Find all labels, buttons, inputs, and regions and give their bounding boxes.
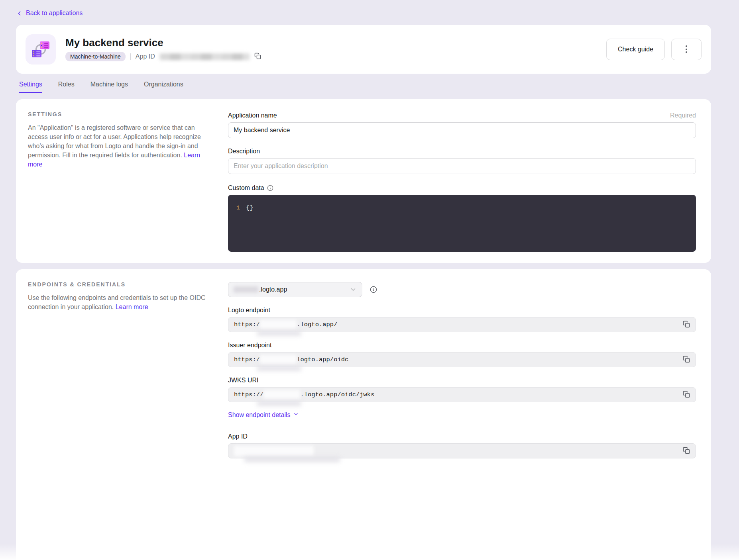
custom-data-code-editor[interactable]: 1 {} — [228, 195, 696, 252]
endpoints-learn-more-link[interactable]: Learn more — [116, 303, 148, 310]
app-id-redacted — [234, 446, 314, 456]
endpoint-prefix: https:// — [234, 391, 263, 398]
endpoints-form: .logto.app Logto endpoint https:/.logto.… — [228, 281, 696, 560]
tab-bar: Settings Roles Machine logs Organization… — [16, 74, 711, 93]
endpoint-prefix: https:/ — [234, 356, 260, 363]
description-field: Description — [228, 148, 696, 174]
chevron-down-icon — [350, 286, 357, 293]
settings-section-card: SETTINGS An "Application" is a registere… — [16, 99, 711, 263]
app-id-value — [228, 443, 696, 458]
check-guide-button[interactable]: Check guide — [606, 39, 665, 60]
copy-jwks-uri-button[interactable] — [683, 391, 690, 399]
endpoints-section-info: ENDPOINTS & CREDENTIALS Use the followin… — [28, 281, 216, 560]
chevron-left-icon — [16, 10, 23, 17]
domain-info-icon[interactable] — [370, 286, 377, 293]
app-id-value-redacted — [160, 53, 250, 60]
tab-roles[interactable]: Roles — [58, 81, 75, 93]
issuer-endpoint-value: https:/logto.app/oidc — [228, 352, 696, 367]
editor-content: {} — [246, 204, 254, 212]
show-endpoint-details-toggle[interactable]: Show endpoint details — [228, 411, 299, 419]
settings-description-text: An "Application" is a registered softwar… — [28, 124, 201, 159]
tenant-id-redacted — [234, 286, 258, 293]
jwks-uri-label: JWKS URI — [228, 377, 258, 384]
copy-icon — [683, 447, 690, 455]
endpoint-suffix: logto.app/oidc — [297, 356, 348, 363]
redaction-smudge — [244, 457, 340, 462]
back-link-label: Back to applications — [26, 10, 83, 17]
logto-endpoint-field: Logto endpoint https:/.logto.app/ — [228, 307, 696, 332]
logto-endpoint-value: https:/.logto.app/ — [228, 317, 696, 332]
app-id-label: App ID — [136, 53, 155, 60]
description-label: Description — [228, 148, 260, 155]
endpoints-section-heading: ENDPOINTS & CREDENTIALS — [28, 281, 216, 288]
logto-endpoint-label: Logto endpoint — [228, 307, 270, 314]
copy-icon — [254, 53, 261, 61]
endpoint-suffix: .logto.app/ — [297, 321, 337, 328]
endpoints-section-card: ENDPOINTS & CREDENTIALS Use the followin… — [16, 269, 711, 560]
jwks-uri-field: JWKS URI https://.logto.app/oidc/jwks — [228, 377, 696, 402]
chevron-down-icon — [293, 411, 299, 419]
app-id-field-label: App ID — [228, 433, 248, 440]
application-name-field: Application name Required — [228, 112, 696, 138]
endpoint-prefix: https:/ — [234, 321, 260, 328]
app-header-card: My backend service Machine-to-Machine Ap… — [16, 25, 711, 74]
endpoint-redacted — [263, 390, 300, 399]
copy-logto-endpoint-button[interactable] — [683, 321, 690, 329]
domain-select-value: .logto.app — [259, 286, 287, 293]
tab-machine-logs[interactable]: Machine logs — [90, 81, 128, 93]
header-actions: Check guide — [606, 39, 702, 60]
app-header-info: My backend service Machine-to-Machine Ap… — [65, 37, 261, 62]
issuer-endpoint-field: Issuer endpoint https:/logto.app/oidc — [228, 342, 696, 367]
main-content: Back to applications — [0, 0, 739, 560]
app-meta-row: Machine-to-Machine App ID — [65, 52, 261, 61]
copy-icon — [683, 356, 690, 364]
editor-line-number: 1 — [228, 204, 246, 212]
app-id-field: App ID — [228, 433, 696, 458]
endpoint-redacted — [260, 320, 297, 329]
issuer-endpoint-label: Issuer endpoint — [228, 342, 271, 349]
copy-app-id-field-button[interactable] — [683, 447, 690, 455]
redaction-smudge — [257, 366, 301, 371]
custom-data-field: Custom data 1 {} — [228, 184, 696, 252]
more-actions-button[interactable] — [671, 39, 702, 60]
settings-section-info: SETTINGS An "Application" is a registere… — [28, 111, 216, 252]
endpoint-suffix: .logto.app/oidc/jwks — [300, 391, 374, 398]
info-icon[interactable] — [267, 185, 273, 191]
application-name-label: Application name — [228, 112, 277, 119]
endpoints-section-description: Use the following endpoints and credenti… — [28, 293, 216, 311]
settings-section-heading: SETTINGS — [28, 111, 216, 117]
redaction-smudge — [257, 401, 301, 406]
settings-form: Application name Required Description Cu… — [228, 111, 696, 252]
settings-section-description: An "Application" is a registered softwar… — [28, 123, 216, 169]
custom-data-label: Custom data — [228, 184, 264, 192]
required-hint: Required — [670, 112, 696, 119]
copy-issuer-endpoint-button[interactable] — [683, 356, 690, 364]
domain-row: .logto.app — [228, 282, 696, 297]
show-details-label: Show endpoint details — [228, 411, 291, 419]
tab-settings[interactable]: Settings — [19, 81, 42, 93]
back-to-applications-link[interactable]: Back to applications — [16, 10, 83, 17]
machine-to-machine-app-icon — [26, 34, 56, 65]
app-title: My backend service — [65, 37, 261, 49]
meta-divider — [130, 53, 131, 60]
endpoint-redacted — [260, 355, 297, 364]
description-input[interactable] — [228, 158, 696, 174]
app-type-badge: Machine-to-Machine — [65, 52, 126, 61]
kebab-menu-icon — [686, 45, 687, 53]
tab-organizations[interactable]: Organizations — [144, 81, 183, 93]
jwks-uri-value: https://.logto.app/oidc/jwks — [228, 387, 696, 402]
copy-app-id-button[interactable] — [254, 53, 261, 61]
domain-select[interactable]: .logto.app — [228, 282, 362, 297]
copy-icon — [683, 391, 690, 399]
application-name-input[interactable] — [228, 122, 696, 138]
copy-icon — [683, 321, 690, 329]
redaction-smudge — [257, 331, 301, 336]
